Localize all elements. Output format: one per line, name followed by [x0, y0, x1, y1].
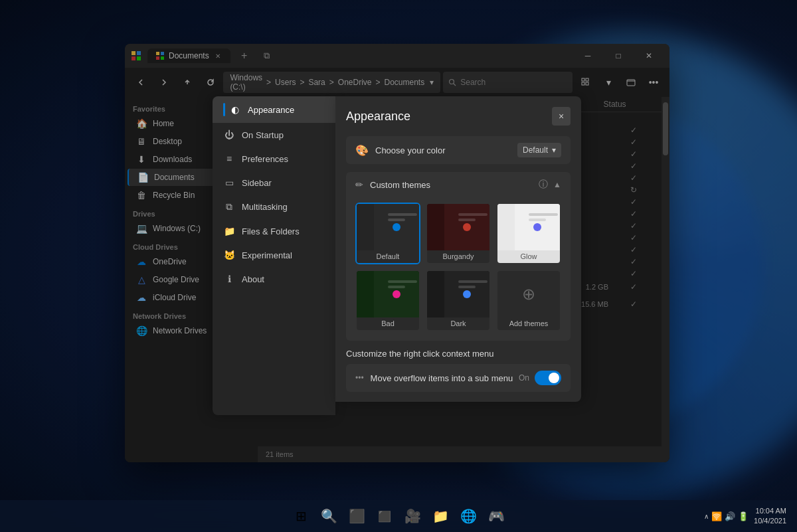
sidebar-label-network: Network Drives: [153, 326, 207, 335]
theme-bad-card[interactable]: Bad: [355, 270, 420, 331]
tp-line-dark2: [458, 286, 476, 288]
downloads-icon: ⬇: [135, 154, 147, 165]
theme-glow-label: Glow: [497, 250, 560, 263]
settings-nav-experimental[interactable]: 🐱 Experimental: [213, 243, 335, 267]
svg-rect-11: [586, 78, 588, 81]
maximize-button[interactable]: □: [603, 44, 634, 68]
color-label: Choose your color: [375, 145, 517, 155]
search-bar[interactable]: Search: [443, 72, 573, 93]
minimize-button[interactable]: ─: [573, 44, 603, 68]
more-options-button[interactable]: •••: [643, 72, 664, 93]
svg-rect-14: [627, 80, 635, 86]
close-button[interactable]: ✕: [634, 44, 664, 68]
theme-preview-sidebar: [357, 204, 374, 250]
color-dropdown-value: Default: [523, 145, 548, 155]
address-sep-4: >: [376, 78, 381, 87]
theme-default-card[interactable]: Default: [355, 203, 420, 264]
context-option-label: Move overflow items into a sub menu: [371, 373, 519, 383]
gdrive-icon: △: [135, 274, 147, 285]
taskbar-chat-button[interactable]: 🎥: [400, 504, 424, 528]
experimental-nav-label: Experimental: [242, 250, 292, 260]
theme-preview-sidebar-bad: [357, 271, 374, 317]
multitasking-nav-icon: ⧉: [223, 201, 235, 213]
sidebar-nav-label: Sidebar: [242, 178, 272, 188]
color-section-icon: 🎨: [355, 144, 369, 157]
address-bar[interactable]: Windows (C:\) > Users > Sara > OneDrive …: [223, 72, 440, 93]
address-root: Windows (C:\): [230, 73, 262, 92]
sidebar-label-desktop: Desktop: [153, 137, 182, 146]
taskbar-search-button[interactable]: 🔍: [317, 504, 341, 528]
address-sep-3: >: [329, 78, 334, 87]
taskbar-widgets-button[interactable]: ⬛: [373, 504, 397, 528]
overflow-toggle[interactable]: [535, 371, 561, 385]
file-status-cell: ✓: [614, 282, 654, 292]
themes-collapse-icon[interactable]: ▲: [553, 180, 561, 189]
svg-rect-5: [161, 52, 164, 55]
system-tray: ∧ 🛜 🔊 🔋: [704, 511, 749, 521]
forward-button[interactable]: [153, 72, 174, 93]
settings-nav-startup[interactable]: ⏻ On Startup: [213, 123, 335, 147]
svg-rect-13: [586, 82, 588, 85]
theme-glow-card[interactable]: Glow: [496, 203, 561, 264]
volume-icon[interactable]: 🔊: [725, 511, 735, 521]
address-sep-2: >: [300, 78, 304, 87]
preferences-nav-icon: ≡: [223, 153, 235, 164]
files-folders-nav-icon: 📁: [223, 226, 235, 236]
tab-manager-button[interactable]: ⧉: [258, 47, 276, 64]
taskbar-edge-button[interactable]: 🌐: [456, 504, 480, 528]
scrollbar-thumb[interactable]: [663, 102, 668, 155]
theme-glow-preview: [497, 204, 560, 250]
window-controls: ─ □ ✕: [573, 44, 664, 68]
tp-line-g2: [529, 219, 546, 221]
taskbar-clock[interactable]: 10:04 AM 10/4/2021: [754, 506, 786, 527]
sidebar-label-recycle: Recycle Bin: [153, 191, 195, 200]
dialog-content: 🎨 Choose your color Default ▾ ✏ Custom t…: [335, 131, 581, 397]
address-users: Users: [275, 78, 296, 87]
address-dropdown-icon[interactable]: ▾: [430, 78, 434, 87]
themes-info-icon[interactable]: ⓘ: [539, 179, 548, 191]
theme-add-card[interactable]: ⊕ Add themes: [496, 270, 561, 331]
new-folder-button[interactable]: [620, 72, 642, 93]
taskbar-store-button[interactable]: 🎮: [484, 504, 508, 528]
appearance-nav-label: Appearance: [248, 105, 294, 115]
refresh-button[interactable]: [200, 72, 221, 93]
view-options-button[interactable]: [575, 72, 596, 93]
new-tab-button[interactable]: +: [236, 47, 253, 64]
settings-nav-files-folders[interactable]: 📁 Files & Folders: [213, 219, 335, 243]
window-tab[interactable]: Documents ✕: [147, 48, 230, 63]
scrollbar-track[interactable]: [662, 97, 669, 462]
theme-dark-card[interactable]: Dark: [426, 270, 491, 331]
settings-nav-about[interactable]: ℹ About: [213, 267, 335, 291]
tab-close-button[interactable]: ✕: [213, 52, 222, 60]
theme-preview-lines-dark: [458, 280, 487, 291]
preferences-nav-label: Preferences: [242, 154, 288, 164]
back-button[interactable]: [130, 72, 151, 93]
theme-burgundy-label: Burgandy: [427, 250, 489, 263]
settings-nav-multitasking[interactable]: ⧉ Multitasking: [213, 195, 335, 219]
about-nav-icon: ℹ: [223, 274, 235, 284]
taskbar-explorer-button[interactable]: 📁: [428, 504, 452, 528]
theme-burgundy-card[interactable]: Burgandy: [426, 203, 491, 264]
wifi-icon[interactable]: 🛜: [711, 511, 722, 521]
settings-nav-appearance[interactable]: ◐ Appearance: [213, 96, 335, 123]
tp-line-g1: [529, 213, 558, 216]
color-dropdown[interactable]: Default ▾: [517, 143, 561, 157]
tp-line-1: [388, 213, 417, 216]
sidebar-label-onedrive: OneDrive: [153, 257, 187, 266]
settings-nav-preferences[interactable]: ≡ Preferences: [213, 147, 335, 171]
battery-icon[interactable]: 🔋: [738, 511, 749, 521]
chevron-up-icon[interactable]: ∧: [704, 513, 709, 520]
context-title: Customize the right click context menu: [346, 349, 571, 364]
theme-add-preview: ⊕: [497, 271, 560, 317]
dialog-close-button[interactable]: ×: [552, 107, 571, 126]
taskbar-time-display: 10:04 AM: [754, 506, 786, 516]
up-button[interactable]: [177, 72, 197, 93]
overflow-icon: •••: [355, 373, 364, 383]
context-option: ••• Move overflow items into a sub menu …: [346, 364, 571, 392]
recycle-icon: 🗑: [135, 190, 147, 201]
view-toggle-button[interactable]: ▾: [598, 72, 619, 93]
settings-nav-sidebar[interactable]: ▭ Sidebar: [213, 171, 335, 195]
sidebar-label-icloud: iCloud Drive: [153, 293, 196, 302]
taskbar-taskview-button[interactable]: ⬛: [345, 504, 369, 528]
taskbar-start-button[interactable]: ⊞: [289, 504, 313, 528]
